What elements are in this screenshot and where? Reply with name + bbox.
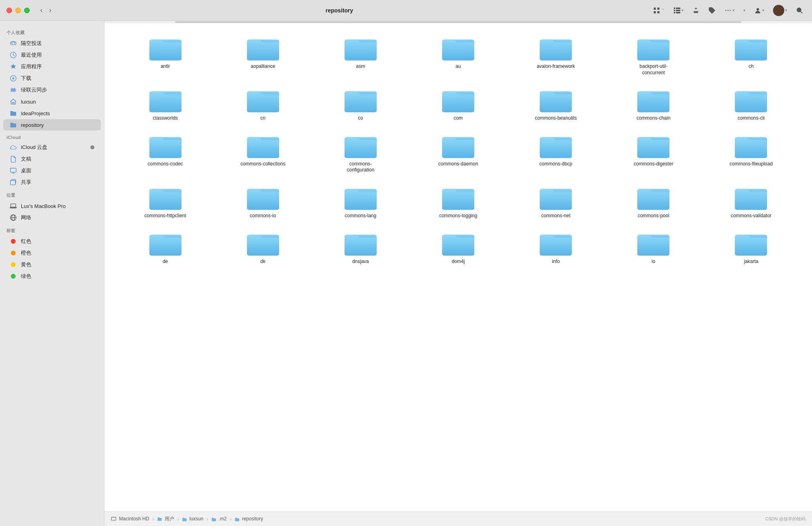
folder-item-commons-pool[interactable]: commons-pool xyxy=(605,181,702,222)
downloads-icon xyxy=(10,75,17,82)
folder-item-commons-io[interactable]: commons-io xyxy=(214,181,312,222)
breadcrumb-m2: .m2 xyxy=(211,516,226,522)
svg-rect-8 xyxy=(674,12,675,13)
svg-rect-22 xyxy=(10,168,16,172)
tag-button[interactable] xyxy=(706,5,718,16)
sidebar-item-desktop[interactable]: 桌面 xyxy=(3,165,101,176)
folder-icon-info xyxy=(540,230,572,257)
sidebar-item-tag-red[interactable]: 红色 xyxy=(3,236,101,247)
folder-item-antlr[interactable]: antlr xyxy=(116,31,214,79)
sidebar-item-tag-green[interactable]: 绿色 xyxy=(3,271,101,282)
view-icon-grid-button[interactable]: ⌃ xyxy=(651,5,667,16)
airdrop-icon xyxy=(10,40,17,47)
sidebar-item-network[interactable]: 网络 xyxy=(3,212,101,223)
folder-item-commons-logging[interactable]: commons-logging xyxy=(409,181,507,222)
nav-buttons: ‹ › xyxy=(38,5,54,15)
sidebar-item-greenyun[interactable]: 绿联云同步 xyxy=(3,84,101,96)
sidebar-section-tags: 标签 xyxy=(0,224,104,235)
sidebar-item-icloud-drive[interactable]: iCloud 云盘 xyxy=(3,142,101,153)
breadcrumb-macintosh: Macintosh HD xyxy=(111,516,149,522)
sidebar-item-repository[interactable]: repository xyxy=(3,119,101,130)
folder-item-commons-net[interactable]: commons-net xyxy=(507,181,605,222)
share-button[interactable] xyxy=(690,5,702,16)
folder-item-commons-lang[interactable]: commons-lang xyxy=(312,181,409,222)
folder-icon-commons-net xyxy=(540,184,572,211)
folder-item-commons-codec[interactable]: commons-codec xyxy=(116,129,214,177)
forward-button[interactable]: › xyxy=(47,5,54,15)
folder-item-au[interactable]: au xyxy=(409,31,507,79)
svg-rect-21 xyxy=(12,102,14,104)
folder-label-commons-codec: commons-codec xyxy=(148,161,183,167)
folder-label-commons-configuration: commons-configuration xyxy=(337,161,385,173)
sidebar-label-downloads: 下载 xyxy=(21,75,31,82)
folder-item-asm[interactable]: asm xyxy=(312,31,409,79)
tag-yellow-icon xyxy=(10,261,17,268)
search-button[interactable] xyxy=(794,5,806,16)
maximize-button[interactable] xyxy=(24,8,30,13)
folder-item-info[interactable]: info xyxy=(507,226,605,268)
folder-item-commons-fileupload[interactable]: commons-fileupload xyxy=(702,129,800,177)
scroll-thumb[interactable] xyxy=(175,21,741,23)
sidebar-item-downloads[interactable]: 下载 xyxy=(3,73,101,84)
folder-item-ch[interactable]: ch xyxy=(702,31,800,79)
folder-label-commons-net: commons-net xyxy=(541,213,571,219)
folder-item-commons-digester[interactable]: commons-digester xyxy=(605,129,702,177)
avatar-button[interactable]: ▾ xyxy=(771,3,790,18)
folder-item-commons-beanutils[interactable]: commons-beanutils xyxy=(507,83,605,125)
folder-item-backport-util-concurrent[interactable]: backport-util-concurrent xyxy=(605,31,702,79)
sidebar-item-apps[interactable]: 应用程序 xyxy=(3,61,101,72)
more-options-button[interactable]: ▾ xyxy=(722,5,737,16)
folder-label-info: info xyxy=(552,259,559,265)
view-list-button[interactable]: ▾ xyxy=(671,5,686,16)
folder-label-backport-util-concurrent: backport-util-concurrent xyxy=(629,63,677,76)
folder-label-commons-io: commons-io xyxy=(250,213,276,219)
folder-item-com[interactable]: com xyxy=(409,83,507,125)
folder-icon-commons-pool xyxy=(637,184,669,211)
folder-item-avalon-framework[interactable]: avalon-framework xyxy=(507,31,605,79)
folder-item-commons-validator[interactable]: commons-validator xyxy=(702,181,800,222)
sidebar-item-recents[interactable]: 最近使用 xyxy=(3,49,101,61)
sidebar-item-macbook[interactable]: Lux's MacBook Pro xyxy=(3,200,101,212)
minimize-button[interactable] xyxy=(15,8,21,13)
folder-item-commons-configuration[interactable]: commons-configuration xyxy=(312,129,409,177)
sidebar-item-airdrop[interactable]: 隔空投送 xyxy=(3,38,101,49)
folder-icon-commons-configuration xyxy=(345,132,377,159)
folder-item-commons-cli[interactable]: commons-cli xyxy=(702,83,800,125)
back-button[interactable]: ‹ xyxy=(38,5,45,15)
close-button[interactable] xyxy=(6,8,12,13)
svg-rect-7 xyxy=(676,10,680,11)
folder-label-au: au xyxy=(455,63,461,70)
folder-item-jakarta[interactable]: jakarta xyxy=(702,226,800,268)
folder-item-commons-collections[interactable]: commons-collections xyxy=(214,129,312,177)
sidebar-item-documents[interactable]: 文稿 xyxy=(3,153,101,165)
svg-point-12 xyxy=(728,10,729,11)
folder-item-commons-dbcp[interactable]: commons-dbcp xyxy=(507,129,605,177)
folder-icon-dnsjava xyxy=(345,230,377,257)
sidebar-item-shared[interactable]: 共享 xyxy=(3,177,101,188)
folder-icon-commons-collections xyxy=(247,132,279,159)
folder-item-io[interactable]: io xyxy=(605,226,702,268)
sidebar-item-tag-yellow[interactable]: 黄色 xyxy=(3,259,101,270)
sidebar-item-luxsun[interactable]: luxsun xyxy=(3,96,101,107)
folder-item-co[interactable]: co xyxy=(312,83,409,125)
folder-icon-commons-logging xyxy=(442,184,474,211)
sidebar-label-documents: 文稿 xyxy=(21,155,31,163)
folder-item-commons-daemon[interactable]: commons-daemon xyxy=(409,129,507,177)
folder-label-commons-httpclient: commons-httpclient xyxy=(145,213,186,219)
folder-item-dom4j[interactable]: dom4j xyxy=(409,226,507,268)
sort-button[interactable]: ▾ xyxy=(741,6,748,14)
folder-label-commons-pool: commons-pool xyxy=(638,213,669,219)
sidebar-item-tag-orange[interactable]: 橙色 xyxy=(3,247,101,259)
folder-item-de[interactable]: de xyxy=(116,226,214,268)
folder-item-commons-httpclient[interactable]: commons-httpclient xyxy=(116,181,214,222)
sidebar-label-desktop: 桌面 xyxy=(21,167,31,174)
folder-item-dnsjava[interactable]: dnsjava xyxy=(312,226,409,268)
folder-item-cn[interactable]: cn xyxy=(214,83,312,125)
sidebar-item-ideaprojects[interactable]: IdeaProjects xyxy=(3,108,101,119)
folder-item-aopalliance[interactable]: aopalliance xyxy=(214,31,312,79)
folder-item-commons-chain[interactable]: commons-chain xyxy=(605,83,702,125)
folder-item-classworlds[interactable]: classworlds xyxy=(116,83,214,125)
scroll-indicator xyxy=(104,21,812,23)
account-button[interactable]: ▾ xyxy=(752,5,767,16)
folder-item-dk[interactable]: dk xyxy=(214,226,312,268)
